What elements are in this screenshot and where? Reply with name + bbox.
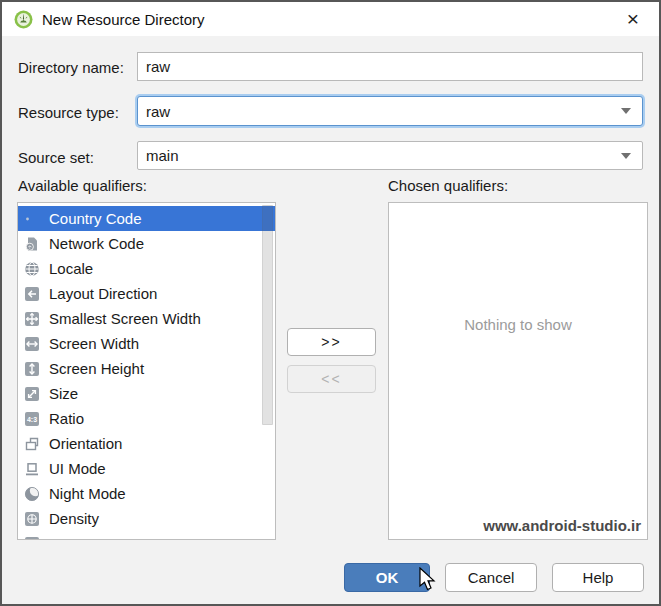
qualifier-label: Night Mode: [49, 485, 126, 502]
svg-text:4:3: 4:3: [27, 416, 37, 423]
qualifier-item[interactable]: Screen Height: [18, 356, 275, 381]
chevron-down-icon: [621, 108, 631, 114]
qualifier-item[interactable]: Orientation: [18, 431, 275, 456]
density-icon: [24, 511, 40, 527]
qualifier-label: Orientation: [49, 435, 122, 452]
qualifier-item[interactable]: Network Code: [18, 231, 275, 256]
android-studio-icon: [14, 10, 33, 29]
add-qualifier-button[interactable]: >>: [287, 328, 376, 356]
screen-height-icon: [24, 361, 40, 377]
source-set-dropdown[interactable]: main: [137, 141, 643, 170]
clipped-qualifier-icon: [24, 536, 40, 541]
network-code-icon: [24, 236, 40, 252]
ratio-icon: 4:3: [24, 411, 40, 427]
smallest-screen-width-icon: [24, 311, 40, 327]
qualifier-label: Locale: [49, 260, 93, 277]
chosen-qualifiers-panel: Nothing to show www.android-studio.ir: [388, 202, 648, 540]
layout-direction-icon: [24, 286, 40, 302]
empty-list-message: Nothing to show: [389, 316, 647, 333]
ok-button[interactable]: OK: [344, 563, 430, 592]
help-button[interactable]: Help: [552, 563, 644, 592]
resource-type-label: Resource type:: [18, 104, 119, 121]
qualifier-label: Size: [49, 385, 78, 402]
qualifier-item[interactable]: 4:3Ratio: [18, 406, 275, 431]
source-set-label: Source set:: [18, 149, 94, 166]
qualifier-item[interactable]: Night Mode: [18, 481, 275, 506]
directory-name-input[interactable]: [137, 52, 643, 81]
qualifier-item[interactable]: [18, 531, 275, 540]
qualifier-item[interactable]: Smallest Screen Width: [18, 306, 275, 331]
new-resource-directory-dialog: New Resource Directory × Directory name:…: [0, 0, 661, 606]
qualifier-label: Density: [49, 510, 99, 527]
night-mode-icon: [24, 486, 40, 502]
scrollbar-thumb[interactable]: [262, 205, 273, 425]
globe-icon: [24, 261, 40, 277]
chosen-qualifiers-label: Chosen qualifiers:: [388, 177, 508, 194]
qualifier-item[interactable]: Density: [18, 506, 275, 531]
qualifier-item[interactable]: Size: [18, 381, 275, 406]
qualifier-label: UI Mode: [49, 460, 106, 477]
qualifier-item[interactable]: Country Code: [18, 206, 275, 231]
country-code-icon: [24, 211, 40, 227]
qualifier-label: Country Code: [49, 210, 142, 227]
resource-type-value: raw: [146, 103, 170, 120]
resource-type-dropdown[interactable]: raw: [137, 96, 643, 126]
qualifier-label: Smallest Screen Width: [49, 310, 201, 327]
orientation-icon: [24, 436, 40, 452]
ui-mode-icon: [24, 461, 40, 477]
qualifier-item[interactable]: Layout Direction: [18, 281, 275, 306]
source-set-value: main: [146, 147, 179, 164]
directory-name-label: Directory name:: [18, 59, 124, 76]
qualifier-label: Layout Direction: [49, 285, 157, 302]
qualifier-item[interactable]: UI Mode: [18, 456, 275, 481]
qualifier-label: Network Code: [49, 235, 144, 252]
qualifier-item[interactable]: Screen Width: [18, 331, 275, 356]
watermark-text: www.android-studio.ir: [483, 517, 641, 534]
qualifier-label: Screen Height: [49, 360, 144, 377]
close-icon[interactable]: ×: [613, 2, 653, 36]
qualifier-item[interactable]: Locale: [18, 256, 275, 281]
available-qualifiers-label: Available qualifiers:: [18, 177, 147, 194]
dialog-title: New Resource Directory: [42, 11, 205, 28]
screen-width-icon: [24, 336, 40, 352]
size-icon: [24, 386, 40, 402]
remove-qualifier-button: <<: [287, 365, 376, 393]
cancel-button[interactable]: Cancel: [445, 563, 537, 592]
available-qualifiers-list[interactable]: Country CodeNetwork CodeLocaleLayout Dir…: [17, 202, 276, 540]
chevron-down-icon: [621, 153, 631, 159]
qualifier-label: Screen Width: [49, 335, 139, 352]
title-bar: New Resource Directory ×: [2, 2, 659, 36]
qualifier-label: Ratio: [49, 410, 84, 427]
